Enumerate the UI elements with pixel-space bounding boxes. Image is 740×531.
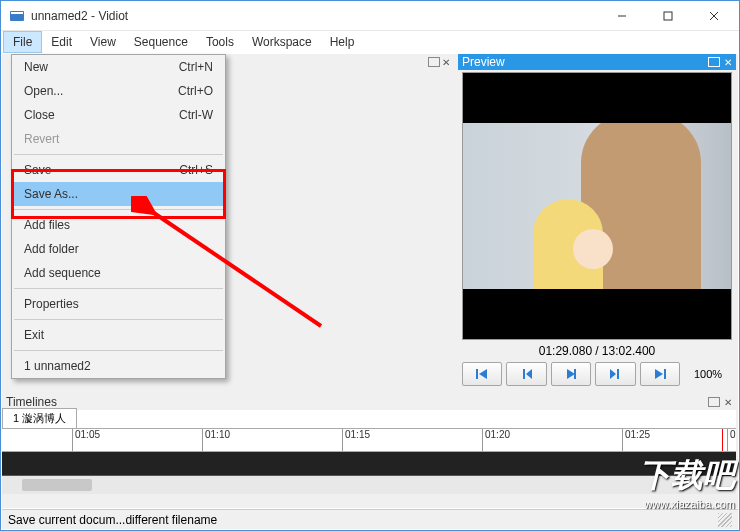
watermark-logo: 下载吧 xyxy=(639,454,735,498)
preview-title: Preview xyxy=(462,55,708,69)
svg-rect-11 xyxy=(574,369,576,379)
ruler-tick: 01:25 xyxy=(622,429,650,452)
resize-grip[interactable] xyxy=(718,513,732,527)
close-button[interactable] xyxy=(691,1,737,31)
zoom-level[interactable]: 100% xyxy=(684,362,732,386)
menu-item-close[interactable]: CloseCtrl-W xyxy=(12,103,225,127)
menu-item-save-as[interactable]: Save As... xyxy=(12,182,225,206)
svg-marker-12 xyxy=(610,369,616,379)
svg-rect-15 xyxy=(664,369,666,379)
video-viewport[interactable] xyxy=(462,72,732,340)
menu-separator xyxy=(14,209,223,210)
menu-separator xyxy=(14,154,223,155)
menu-tools[interactable]: Tools xyxy=(197,31,243,53)
menu-separator xyxy=(14,288,223,289)
timelines-panel: Timelines ✕ 1 漩涡博人 01:05 01:10 01:15 01:… xyxy=(2,394,736,508)
file-menu-dropdown: NewCtrl+N Open...Ctrl+O CloseCtrl-W Reve… xyxy=(11,54,226,379)
menu-item-add-files[interactable]: Add files xyxy=(12,213,225,237)
svg-rect-13 xyxy=(617,369,619,379)
dock-restore-icon[interactable] xyxy=(428,57,440,67)
menu-edit[interactable]: Edit xyxy=(42,31,81,53)
timeline-track[interactable] xyxy=(2,452,736,476)
svg-marker-14 xyxy=(655,369,663,379)
menu-sequence[interactable]: Sequence xyxy=(125,31,197,53)
letterbox-top xyxy=(463,73,731,123)
playhead[interactable] xyxy=(722,429,723,451)
ruler-tick: 01:15 xyxy=(342,429,370,452)
svg-marker-7 xyxy=(479,369,487,379)
timeline-ruler[interactable]: 01:05 01:10 01:15 01:20 01:25 01 xyxy=(2,428,736,452)
ruler-tick: 01:05 xyxy=(72,429,100,452)
svg-rect-8 xyxy=(523,369,525,379)
timeline-tabs: 1 漩涡博人 xyxy=(2,410,736,428)
menu-item-new[interactable]: NewCtrl+N xyxy=(12,55,225,79)
menu-item-save[interactable]: SaveCtrl+S xyxy=(12,158,225,182)
letterbox-bottom xyxy=(463,289,731,339)
app-icon xyxy=(9,8,25,24)
menu-item-exit[interactable]: Exit xyxy=(12,323,225,347)
dock-restore-icon[interactable] xyxy=(708,397,720,407)
ruler-tick: 01:10 xyxy=(202,429,230,452)
time-total: 13:02.400 xyxy=(602,344,655,358)
svg-marker-9 xyxy=(526,369,532,379)
timecode-display: 01:29.080 / 13:02.400 xyxy=(458,340,736,362)
goto-end-button[interactable] xyxy=(640,362,680,386)
menu-item-revert: Revert xyxy=(12,127,225,151)
maximize-button[interactable] xyxy=(645,1,691,31)
time-current: 01:29.080 xyxy=(539,344,592,358)
status-text: Save current docum...different filename xyxy=(8,513,217,527)
step-back-button[interactable] xyxy=(506,362,546,386)
svg-marker-10 xyxy=(567,369,575,379)
dock-close-icon[interactable]: ✕ xyxy=(724,397,732,408)
goto-start-button[interactable] xyxy=(462,362,502,386)
menu-separator xyxy=(14,350,223,351)
ruler-tick: 01:20 xyxy=(482,429,510,452)
titlebar: unnamed2 - Vidiot xyxy=(1,1,739,31)
scrollbar-thumb[interactable] xyxy=(22,479,92,491)
menu-item-properties[interactable]: Properties xyxy=(12,292,225,316)
timelines-title: Timelines xyxy=(6,395,708,409)
menu-item-open[interactable]: Open...Ctrl+O xyxy=(12,79,225,103)
preview-panel: Preview ✕ 01:29.080 / 13:02.400 100% xyxy=(458,54,736,390)
dock-restore-icon[interactable] xyxy=(708,57,720,67)
menu-item-add-sequence[interactable]: Add sequence xyxy=(12,261,225,285)
svg-rect-3 xyxy=(664,12,672,20)
menu-separator xyxy=(14,319,223,320)
step-forward-button[interactable] xyxy=(595,362,635,386)
dock-close-icon[interactable]: ✕ xyxy=(442,57,450,68)
menu-workspace[interactable]: Workspace xyxy=(243,31,321,53)
svg-rect-1 xyxy=(11,12,23,14)
menu-help[interactable]: Help xyxy=(321,31,364,53)
transport-controls: 100% xyxy=(458,362,736,390)
watermark-url: www.xiazaiba.com xyxy=(639,498,735,510)
menu-item-recent[interactable]: 1 unnamed2 xyxy=(12,354,225,378)
svg-rect-6 xyxy=(476,369,478,379)
menubar: File Edit View Sequence Tools Workspace … xyxy=(1,31,739,53)
dock-close-icon[interactable]: ✕ xyxy=(724,57,732,68)
video-frame xyxy=(463,123,731,289)
timeline-scrollbar[interactable] xyxy=(2,476,736,494)
watermark: 下载吧 www.xiazaiba.com xyxy=(639,454,735,510)
window-title: unnamed2 - Vidiot xyxy=(31,9,599,23)
play-button[interactable] xyxy=(551,362,591,386)
ruler-tick: 01 xyxy=(727,429,736,452)
menu-file[interactable]: File xyxy=(3,31,42,53)
menu-item-add-folder[interactable]: Add folder xyxy=(12,237,225,261)
statusbar: Save current docum...different filename xyxy=(2,509,738,529)
minimize-button[interactable] xyxy=(599,1,645,31)
timeline-tab[interactable]: 1 漩涡博人 xyxy=(2,408,77,428)
menu-view[interactable]: View xyxy=(81,31,125,53)
